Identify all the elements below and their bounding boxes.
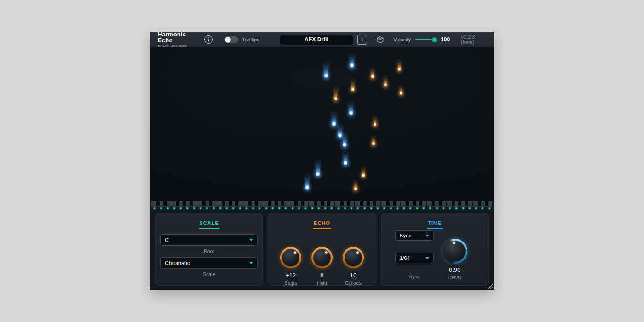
note-particle xyxy=(343,134,346,146)
hold-value: 8 xyxy=(320,272,323,279)
note-particle xyxy=(398,61,401,70)
piano-key[interactable] xyxy=(197,201,204,210)
piano-key[interactable] xyxy=(243,201,250,210)
root-dropdown[interactable]: C xyxy=(160,234,258,246)
scale-section-title: SCALE xyxy=(199,220,220,229)
tooltips-toggle[interactable] xyxy=(224,36,238,43)
piano-key-black[interactable] xyxy=(209,201,212,206)
piano-key-black[interactable] xyxy=(235,201,238,206)
note-dot xyxy=(206,207,208,209)
scale-dropdown-value: Chromatic xyxy=(165,260,190,266)
sync-mode-dropdown[interactable]: Sync xyxy=(395,230,434,241)
add-preset-button[interactable]: + xyxy=(357,35,367,45)
piano-key-black[interactable] xyxy=(373,201,376,206)
velocity-slider-knob[interactable] xyxy=(432,37,437,42)
piano-key-black[interactable] xyxy=(452,201,455,206)
piano-key-black[interactable] xyxy=(248,201,252,206)
echoes-knob[interactable] xyxy=(343,247,364,268)
piano-key-black[interactable] xyxy=(281,201,284,206)
piano-key-black[interactable] xyxy=(439,201,442,206)
note-dot xyxy=(443,207,444,209)
piano-key-black[interactable] xyxy=(301,201,304,206)
piano-key[interactable] xyxy=(473,201,479,210)
hold-knob[interactable] xyxy=(311,247,333,268)
piano-key-black[interactable] xyxy=(176,201,179,206)
note-dot xyxy=(462,207,464,209)
note-dot xyxy=(318,207,320,209)
note-particle xyxy=(371,69,374,78)
preset-selector[interactable]: AFX Drill xyxy=(280,34,353,45)
piano-key-black[interactable] xyxy=(367,201,370,206)
piano-key-black[interactable] xyxy=(419,201,422,206)
piano-key-black[interactable] xyxy=(413,201,416,206)
piano-key-black[interactable] xyxy=(393,201,396,206)
piano-key[interactable] xyxy=(355,201,361,210)
hold-label: Hold xyxy=(317,280,327,286)
piano-key[interactable] xyxy=(263,201,270,210)
piano-key[interactable] xyxy=(401,201,407,210)
note-dot xyxy=(390,207,392,209)
randomize-cube-icon[interactable] xyxy=(376,36,384,44)
steps-knob[interactable] xyxy=(280,247,301,268)
piano-key-black[interactable] xyxy=(340,201,344,206)
piano-key-black[interactable] xyxy=(327,201,330,206)
velocity-value: 100 xyxy=(441,36,450,43)
piano-key-black[interactable] xyxy=(222,201,225,206)
version-label: v0.2.3 (beta) xyxy=(461,34,487,45)
note-dot xyxy=(338,207,339,209)
piano-key[interactable] xyxy=(289,201,296,210)
piano-key-black[interactable] xyxy=(432,201,435,206)
velocity-slider[interactable] xyxy=(415,37,436,43)
piano-key-black[interactable] xyxy=(163,201,167,206)
sync-rate-dropdown[interactable]: 1/64 xyxy=(395,253,434,263)
decay-knob[interactable] xyxy=(443,239,467,264)
piano-key[interactable] xyxy=(309,201,315,210)
piano-key-black[interactable] xyxy=(458,201,461,206)
piano-key-black[interactable] xyxy=(314,201,317,206)
piano-key-black[interactable] xyxy=(465,201,468,206)
keyboard-strip[interactable] xyxy=(150,201,494,210)
piano-key-black[interactable] xyxy=(347,201,350,206)
piano-key-black[interactable] xyxy=(255,201,258,206)
preset-name: AFX Drill xyxy=(305,36,328,43)
note-dot xyxy=(232,207,234,209)
steps-value: +12 xyxy=(286,272,296,279)
piano-key-black[interactable] xyxy=(485,201,488,206)
piano-key-black[interactable] xyxy=(294,201,298,206)
note-dot xyxy=(469,207,471,209)
piano-key-black[interactable] xyxy=(478,201,481,206)
root-label: Root xyxy=(160,248,258,254)
piano-key-black[interactable] xyxy=(321,201,324,206)
note-visualizer xyxy=(150,47,494,201)
note-particle xyxy=(372,137,375,145)
piano-key[interactable] xyxy=(427,201,433,210)
piano-key[interactable] xyxy=(447,201,453,210)
note-dot xyxy=(429,207,431,209)
brand: Harmonic Echo by Soft Loop Audio xyxy=(158,31,199,48)
piano-key-black[interactable] xyxy=(156,201,160,206)
piano-key-black[interactable] xyxy=(183,201,186,206)
piano-key[interactable] xyxy=(381,201,387,210)
piano-key[interactable] xyxy=(217,201,224,210)
decay-label: Decay xyxy=(443,275,467,280)
chevron-down-icon xyxy=(249,239,253,241)
note-dot xyxy=(311,207,313,209)
header-bar: Harmonic Echo by Soft Loop Audio Tooltip… xyxy=(150,32,494,47)
note-dot xyxy=(259,207,260,209)
scale-dropdown[interactable]: Chromatic xyxy=(160,257,258,269)
piano-key-black[interactable] xyxy=(202,201,206,206)
note-dot xyxy=(305,207,306,209)
chevron-down-icon xyxy=(249,262,253,264)
piano-key-black[interactable] xyxy=(268,201,271,206)
echoes-label: Echoes xyxy=(345,280,361,286)
info-icon[interactable] xyxy=(204,35,213,44)
piano-key-black[interactable] xyxy=(229,201,232,206)
piano-key-black[interactable] xyxy=(275,201,278,206)
piano-key-black[interactable] xyxy=(406,201,409,206)
piano-key-black[interactable] xyxy=(386,201,390,206)
piano-key[interactable] xyxy=(335,201,341,210)
piano-key[interactable] xyxy=(171,201,178,210)
piano-key[interactable] xyxy=(151,201,158,210)
piano-key-black[interactable] xyxy=(360,201,363,206)
piano-key-black[interactable] xyxy=(190,201,193,206)
